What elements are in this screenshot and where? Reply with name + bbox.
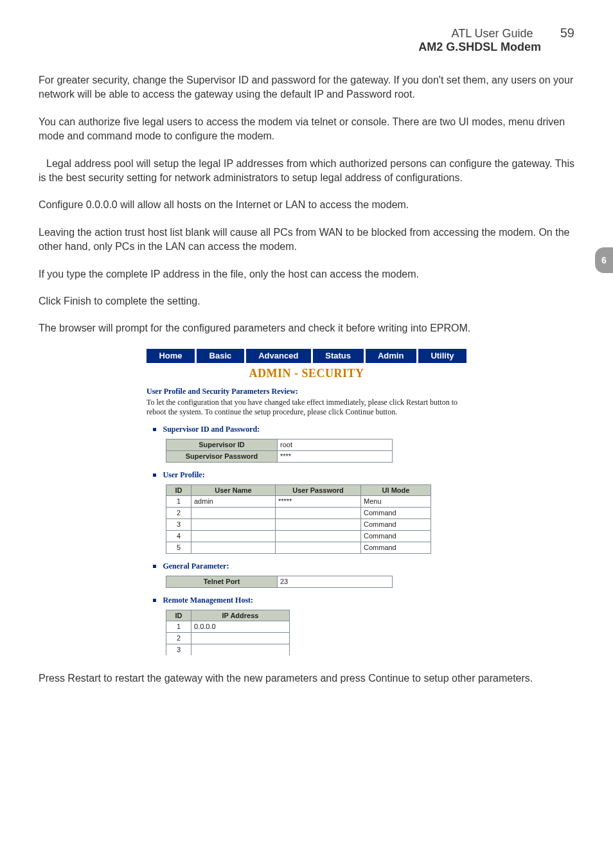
section-supervisor: Supervisor ID and Password:	[163, 425, 260, 434]
col-uimode: UI Mode	[361, 484, 431, 495]
general-table: Telnet Port 23	[166, 576, 393, 588]
paragraph: Press Restart to restart the gateway wit…	[39, 671, 574, 686]
cell-username	[191, 507, 276, 518]
supervisor-id-label: Supervisor ID	[166, 439, 278, 450]
cell-ip: 0.0.0.0	[191, 621, 290, 632]
cell-id: 1	[166, 495, 191, 507]
body-text: For greater security, change the Supervi…	[39, 73, 574, 336]
supervisor-pw-label: Supervisor Password	[166, 450, 278, 462]
supervisor-pw-value: ****	[278, 450, 393, 462]
cell-username	[191, 530, 276, 542]
supervisor-id-value: root	[278, 439, 393, 450]
section-user-profile: User Profile:	[163, 470, 204, 479]
paragraph: Click Finish to complete the setting.	[39, 294, 574, 308]
page: ATL User Guide 59 AM2 G.SHDSL Modem For …	[0, 0, 613, 737]
user-profile-table: ID User Name User Password UI Mode 1 adm…	[166, 484, 431, 554]
nav-tabs: Home Basic Advanced Status Admin Utility	[147, 349, 466, 363]
paragraph: You can authorize five legal users to ac…	[39, 115, 574, 144]
col-ip: IP Address	[191, 610, 290, 621]
cell-password	[276, 518, 361, 530]
cell-id: 5	[166, 542, 191, 553]
nav-tab-utility[interactable]: Utility	[418, 349, 466, 363]
review-text: To let the configuration that you have c…	[147, 398, 466, 417]
cell-username: admin	[191, 495, 276, 507]
cell-username	[191, 518, 276, 530]
nav-tab-admin[interactable]: Admin	[366, 349, 418, 363]
nav-tab-home[interactable]: Home	[147, 349, 197, 363]
bullet-icon	[153, 428, 156, 431]
cell-ip	[191, 632, 290, 644]
doc-title: ATL User Guide	[452, 27, 533, 40]
telnet-port-value: 23	[278, 576, 393, 587]
cell-id: 4	[166, 530, 191, 542]
section-remote-host: Remote Management Host:	[163, 596, 253, 605]
cell-password: *****	[276, 495, 361, 507]
cell-uimode: Command	[361, 542, 431, 553]
chapter-tab: 6	[595, 247, 613, 273]
remote-host-table: ID IP Address 1 0.0.0.0 2 3	[166, 610, 290, 655]
page-header: ATL User Guide 59 AM2 G.SHDSL Modem	[39, 26, 574, 54]
table-row: 3	[166, 644, 290, 655]
cell-password	[276, 530, 361, 542]
cell-id: 1	[166, 621, 191, 632]
paragraph: Leaving the action trust host list blank…	[39, 226, 574, 254]
col-id: ID	[166, 484, 191, 495]
nav-tab-advanced[interactable]: Advanced	[246, 349, 313, 363]
bullet-icon	[153, 599, 156, 602]
paragraph: If you type the complete IP address in t…	[39, 267, 574, 281]
cell-ip	[191, 644, 290, 655]
table-row: 4 Command	[166, 530, 431, 542]
cell-uimode: Command	[361, 507, 431, 518]
telnet-port-label: Telnet Port	[166, 576, 278, 587]
paragraph: The browser will prompt for the configur…	[39, 321, 574, 335]
section-general: General Parameter:	[163, 562, 229, 571]
table-row: 2 Command	[166, 507, 431, 518]
col-username: User Name	[191, 484, 276, 495]
doc-subtitle: AM2 G.SHDSL Modem	[39, 40, 541, 54]
col-id: ID	[166, 610, 191, 621]
col-password: User Password	[276, 484, 361, 495]
cell-id: 3	[166, 518, 191, 530]
nav-tab-basic[interactable]: Basic	[197, 349, 246, 363]
cell-uimode: Command	[361, 518, 431, 530]
paragraph: Configure 0.0.0.0 will allow all hosts o…	[39, 198, 574, 212]
table-row: 3 Command	[166, 518, 431, 530]
table-row: 1 0.0.0.0	[166, 621, 290, 632]
cell-id: 3	[166, 644, 191, 655]
bullet-icon	[153, 565, 156, 568]
table-row: 2	[166, 632, 290, 644]
page-number: 59	[555, 26, 574, 40]
cell-username	[191, 542, 276, 553]
cell-password	[276, 542, 361, 553]
cell-id: 2	[166, 632, 191, 644]
cell-id: 2	[166, 507, 191, 518]
review-heading: User Profile and Security Parameters Rev…	[147, 387, 466, 396]
cell-uimode: Command	[361, 530, 431, 542]
supervisor-table: Supervisor ID root Supervisor Password *…	[166, 439, 393, 463]
paragraph: Legal address pool will setup the legal …	[39, 157, 574, 186]
embedded-screenshot: Home Basic Advanced Status Admin Utility…	[147, 349, 466, 655]
bullet-icon	[153, 474, 156, 477]
screen-title: ADMIN - SECURITY	[147, 367, 466, 380]
table-row: 1 admin ***** Menu	[166, 495, 431, 507]
paragraph: For greater security, change the Supervi…	[39, 73, 574, 102]
body-text: Press Restart to restart the gateway wit…	[39, 671, 574, 686]
table-row: 5 Command	[166, 542, 431, 553]
nav-tab-status[interactable]: Status	[313, 349, 366, 363]
cell-password	[276, 507, 361, 518]
cell-uimode: Menu	[361, 495, 431, 507]
